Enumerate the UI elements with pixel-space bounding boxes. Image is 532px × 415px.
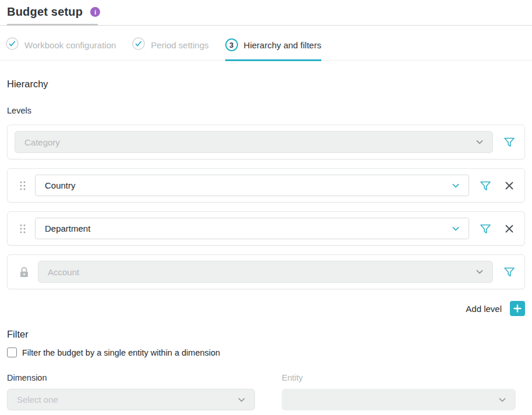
- filter-section-title: Filter: [7, 329, 525, 340]
- chevron-down-icon: [475, 137, 484, 147]
- select-value: Country: [45, 180, 76, 190]
- tab-label: Workbook configuration: [24, 40, 116, 50]
- chevron-down-icon: [451, 181, 460, 190]
- filter-checkbox-row: Filter the budget by a single entity wit…: [7, 347, 525, 357]
- level-select-category: Category: [15, 131, 493, 153]
- check-circle-icon: [6, 37, 19, 52]
- entity-label: Entity: [282, 373, 516, 382]
- chevron-down-icon: [498, 395, 507, 405]
- select-value: Category: [24, 137, 60, 147]
- setup-steps-tabs: Workbook configuration Period settings 3…: [0, 37, 532, 61]
- step-number-icon: 3: [225, 38, 238, 51]
- remove-level-button[interactable]: [502, 178, 517, 193]
- level-select-department[interactable]: Department: [35, 218, 469, 239]
- filter-checkbox-label: Filter the budget by a single entity wit…: [22, 348, 220, 357]
- chevron-down-icon: [451, 224, 460, 233]
- page-title: Budget setup: [7, 5, 83, 19]
- levels-list: Category: [7, 125, 525, 289]
- filter-funnel-button[interactable]: [478, 221, 493, 236]
- dimension-column: Dimension Select one: [7, 373, 255, 410]
- horizontal-scrollbar-thumb[interactable]: [7, 24, 98, 26]
- tab-hierarchy-and-filters[interactable]: 3 Hierarchy and filters: [225, 37, 321, 60]
- dimension-label: Dimension: [7, 373, 255, 382]
- filter-controls: Dimension Select one Entity: [7, 373, 525, 410]
- filter-funnel-button[interactable]: [478, 178, 493, 193]
- filter-funnel-button[interactable]: [502, 134, 517, 150]
- entity-column: Entity: [282, 373, 516, 410]
- page-header: Budget setup i: [0, 0, 532, 26]
- lock-icon: [19, 267, 29, 278]
- drag-handle-icon[interactable]: [19, 180, 26, 191]
- budget-setup-page: Budget setup i Workbook configuration P: [0, 0, 532, 415]
- add-level-button[interactable]: [510, 301, 525, 316]
- select-placeholder: Select one: [17, 395, 58, 405]
- hierarchy-section-title: Hierarchy: [7, 79, 525, 90]
- dimension-select: Select one: [7, 389, 255, 410]
- levels-label: Levels: [7, 106, 525, 115]
- entity-select: [282, 389, 516, 410]
- level-select-account: Account: [38, 261, 493, 283]
- level-row-category: Category: [7, 125, 525, 159]
- level-row-department: Department: [7, 211, 525, 246]
- level-row-account: Account: [7, 254, 525, 289]
- tab-workbook-configuration[interactable]: Workbook configuration: [6, 37, 116, 60]
- select-value: Department: [45, 224, 90, 233]
- tab-period-settings[interactable]: Period settings: [132, 37, 208, 60]
- add-level-row: Add level: [7, 301, 525, 316]
- chevron-down-icon: [475, 267, 484, 276]
- remove-level-button[interactable]: [502, 221, 517, 236]
- add-level-label: Add level: [466, 304, 502, 314]
- filter-funnel-button[interactable]: [502, 264, 517, 279]
- select-value: Account: [48, 267, 79, 277]
- drag-handle-icon[interactable]: [19, 223, 26, 235]
- level-row-country: Country: [7, 168, 525, 203]
- chevron-down-icon: [237, 395, 246, 405]
- level-select-country[interactable]: Country: [35, 175, 469, 196]
- info-icon[interactable]: i: [90, 7, 100, 17]
- tab-label: Hierarchy and filters: [244, 40, 321, 50]
- check-circle-icon: [132, 37, 145, 52]
- tab-label: Period settings: [151, 40, 208, 50]
- filter-checkbox[interactable]: [7, 347, 17, 357]
